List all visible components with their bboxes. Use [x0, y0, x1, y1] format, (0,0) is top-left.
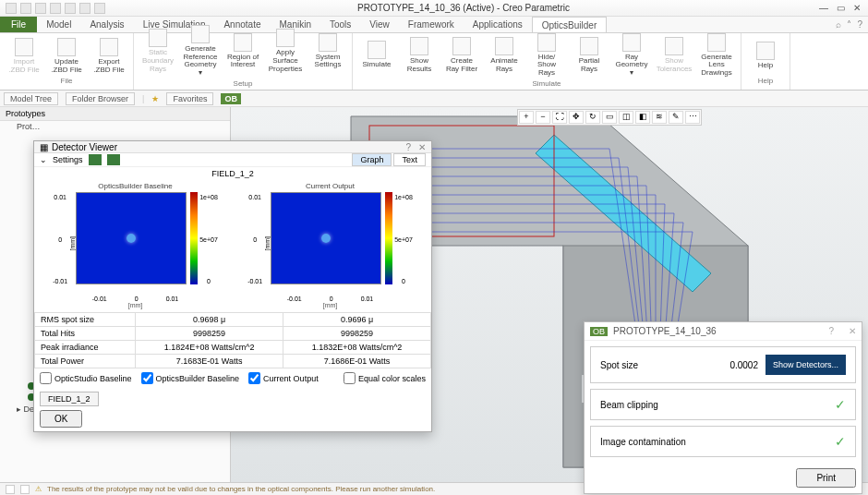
tab-opticsbuilder[interactable]: OpticsBuilder	[532, 17, 607, 32]
view-style-icon[interactable]: ◫	[619, 111, 633, 124]
layers-icon[interactable]: ≋	[652, 111, 667, 124]
dialog-close-icon[interactable]: ✕	[418, 142, 426, 152]
cb-equal-scales[interactable]: Equal color scales	[344, 372, 426, 384]
tab-framework[interactable]: Framework	[399, 17, 464, 32]
ribbon: Import .ZBD FileUpdate .ZBD FileExport .…	[0, 33, 868, 91]
model-tree-tab[interactable]: Model Tree	[4, 92, 58, 105]
refresh-folder-icon[interactable]	[107, 154, 120, 165]
perspective-icon[interactable]: ◧	[635, 111, 650, 124]
metric-value: 1.1832E+08 Watts/cm^2	[283, 341, 431, 355]
create-ray-filter-button[interactable]: Create Ray Filter	[441, 35, 482, 76]
status-icon-2[interactable]	[20, 485, 30, 494]
animate-rays-button[interactable]: Animate Rays	[484, 35, 524, 76]
export-zbd-button[interactable]: Export .ZBD File	[89, 36, 129, 77]
settings-expander[interactable]: ⌄	[40, 155, 47, 164]
ok-button[interactable]: OK	[40, 410, 82, 428]
beam-clipping-row: Beam clipping ✓	[590, 389, 856, 420]
tree-header-prototypes[interactable]: Prototypes	[0, 107, 230, 121]
annotation-icon[interactable]: ✎	[669, 111, 683, 124]
image-contamination-label: Image contamination	[600, 437, 686, 447]
view-saved-icon[interactable]: ▭	[602, 111, 617, 124]
check-icon: ✓	[835, 434, 846, 449]
static-boundary-icon	[149, 29, 167, 47]
ribbon-search-icon[interactable]: ⌕	[836, 19, 841, 30]
results-help-icon[interactable]: ?	[828, 326, 834, 336]
metric-name: Total Hits	[35, 327, 136, 341]
ribbon-group-setup: Static Boundary RaysGenerate Reference G…	[134, 33, 353, 90]
show-tolerances-icon	[665, 37, 683, 55]
tab-analysis[interactable]: Analysis	[80, 17, 133, 32]
qat-regen-icon[interactable]	[79, 3, 90, 14]
graph-toggle[interactable]: Graph	[352, 153, 392, 166]
results-close-icon[interactable]: ✕	[849, 326, 856, 336]
close-button[interactable]: ✕	[850, 3, 864, 13]
show-results-button[interactable]: Show Results	[399, 35, 440, 76]
simulate-button[interactable]: Simulate	[356, 39, 397, 71]
cb-opticstudio[interactable]: OpticStudio Baseline	[40, 372, 132, 384]
print-button[interactable]: Print	[796, 468, 856, 488]
update-zbd-button[interactable]: Update .ZBD File	[46, 36, 87, 77]
system-settings-button[interactable]: System Settings	[307, 31, 348, 72]
ribbon-collapse-icon[interactable]: ˄	[847, 19, 851, 30]
metric-value: 0.9698 μ	[136, 313, 283, 327]
beam-clipping-label: Beam clipping	[600, 400, 658, 410]
status-icon-1[interactable]	[6, 485, 15, 494]
gen-ref-geom-button[interactable]: Generate Reference Geometry ▾	[180, 23, 221, 79]
apply-surface-button[interactable]: Apply Surface Properties	[265, 27, 306, 75]
tab-view[interactable]: View	[360, 17, 399, 32]
static-boundary-button: Static Boundary Rays	[138, 27, 178, 75]
tree-item[interactable]: Prot…	[0, 121, 230, 132]
dialog-title: Detector Viewer	[52, 142, 117, 152]
qat-undo-icon[interactable]	[50, 3, 61, 14]
qat-redo-icon[interactable]	[65, 3, 76, 14]
favorites-star-icon[interactable]: ★	[151, 94, 159, 103]
folder-browser-tab[interactable]: Folder Browser	[66, 92, 135, 105]
cb-opticsbuilder[interactable]: OpticsBuilder Baseline	[141, 372, 240, 384]
maximize-button[interactable]: ▭	[833, 3, 848, 13]
minimize-button[interactable]: —	[816, 3, 831, 13]
region-interest-icon	[234, 33, 252, 52]
create-ray-filter-icon	[452, 37, 471, 55]
ob-badge[interactable]: OB	[221, 93, 241, 104]
gen-lens-draw-button[interactable]: Generate Lens Drawings	[696, 31, 737, 79]
dialog-help-icon[interactable]: ?	[405, 142, 411, 152]
open-folder-icon[interactable]	[89, 154, 102, 165]
qat-save-icon[interactable]	[35, 3, 46, 14]
zoom-out-icon[interactable]: −	[536, 111, 550, 124]
help-button[interactable]: Help	[745, 40, 786, 72]
hide-show-rays-button[interactable]: Hide/ Show Rays	[526, 31, 567, 79]
ray-geometry-icon	[622, 33, 641, 52]
cb-current[interactable]: Current Output	[248, 372, 319, 384]
ray-geometry-button[interactable]: Ray Geometry ▾	[611, 31, 652, 79]
system-settings-icon	[319, 33, 337, 52]
region-interest-button[interactable]: Region of Interest	[223, 31, 263, 72]
more-view-icon[interactable]: ⋯	[685, 111, 700, 124]
tab-file[interactable]: File	[0, 17, 37, 32]
update-zbd-icon	[57, 38, 76, 56]
qat-open-icon[interactable]	[20, 3, 31, 14]
warning-icon: ⚠	[35, 485, 42, 493]
tab-model[interactable]: Model	[37, 17, 80, 32]
field-title: FIELD_1_2	[34, 167, 431, 178]
spot-size-row: Spot size 0.0002 Show Detectors...	[590, 346, 856, 383]
ribbon-help-icon[interactable]: ?	[857, 19, 862, 30]
metric-value: 9998259	[283, 327, 431, 341]
pan-icon[interactable]: ✥	[569, 111, 584, 124]
ribbon-group-simulate: SimulateShow ResultsCreate Ray FilterAni…	[353, 33, 741, 90]
qat-more-icon[interactable]	[94, 3, 105, 14]
qat-new-icon[interactable]	[6, 3, 17, 14]
gen-ref-geom-icon	[191, 25, 210, 43]
text-toggle[interactable]: Text	[393, 153, 426, 166]
zoom-fit-icon[interactable]: ⛶	[552, 111, 567, 124]
gen-lens-draw-icon	[707, 33, 726, 52]
show-detectors-button[interactable]: Show Detectors...	[766, 355, 846, 375]
zoom-in-icon[interactable]: +	[519, 111, 534, 124]
field-tab[interactable]: FIELD_1_2	[40, 392, 99, 406]
settings-label[interactable]: Settings	[53, 155, 83, 164]
ribbon-group-help: HelpHelp	[741, 33, 790, 90]
rotate-icon[interactable]: ↻	[585, 111, 600, 124]
partial-rays-button[interactable]: Partial Rays	[569, 35, 609, 76]
tab-applications[interactable]: Applications	[464, 17, 532, 32]
export-zbd-icon	[100, 38, 118, 56]
favorites-tab[interactable]: Favorites	[166, 92, 213, 105]
